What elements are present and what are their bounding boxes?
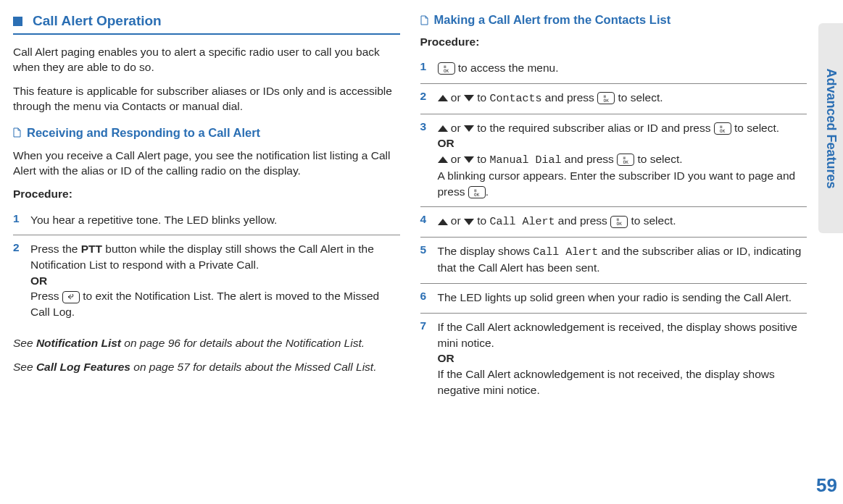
text-fragment: If the Call Alert acknowledgement is rec… bbox=[438, 321, 797, 349]
step-text: to access the menu. bbox=[438, 60, 807, 76]
section-divider bbox=[13, 33, 400, 35]
up-arrow-icon bbox=[438, 95, 448, 101]
step-text: If the Call Alert acknowledgement is rec… bbox=[438, 319, 807, 398]
or-label: OR bbox=[438, 137, 454, 149]
text-fragment: and press bbox=[541, 91, 597, 104]
ok-key-icon bbox=[438, 62, 455, 75]
section-header-row: Call Alert Operation bbox=[13, 13, 400, 29]
text-fragment: to select. bbox=[628, 214, 676, 227]
intro-paragraph-1: Call Alert paging enables you to alert a… bbox=[13, 45, 400, 75]
page-number: 59 bbox=[816, 474, 837, 497]
down-arrow-icon bbox=[464, 95, 474, 101]
procedure-step: 6 The LED lights up solid green when you… bbox=[420, 284, 807, 314]
reference-title: Call Log Features bbox=[36, 361, 130, 373]
step-text: or to the required subscriber alias or I… bbox=[438, 120, 807, 200]
document-icon bbox=[13, 127, 21, 138]
cross-reference-note: See Notification List on page 96 for det… bbox=[13, 336, 400, 351]
up-arrow-icon bbox=[438, 219, 448, 225]
text-fragment: See bbox=[13, 337, 36, 349]
up-arrow-icon bbox=[438, 125, 448, 132]
text-fragment: to exit the Notification List. The alert… bbox=[30, 290, 379, 318]
procedure-step: 7 If the Call Alert acknowledgement is r… bbox=[420, 314, 807, 405]
text-fragment: Press bbox=[30, 290, 62, 302]
document-icon bbox=[420, 15, 428, 25]
text-fragment: to access the menu. bbox=[455, 62, 559, 74]
text-fragment: on page 96 for details about the Notific… bbox=[121, 337, 365, 349]
ok-key-icon bbox=[617, 154, 634, 166]
subsection-header-row: Making a Call Alert from the Contacts Li… bbox=[420, 13, 807, 27]
procedure-step: 1 to access the menu. bbox=[420, 54, 807, 84]
display-text-call-alert: Call Alert bbox=[533, 246, 598, 259]
ok-key-icon bbox=[597, 92, 615, 104]
text-fragment: . bbox=[486, 185, 489, 198]
text-fragment: or bbox=[448, 122, 464, 134]
ok-key-icon bbox=[468, 186, 486, 198]
left-column: Call Alert Operation Call Alert paging e… bbox=[13, 13, 400, 491]
text-fragment: or bbox=[448, 91, 464, 104]
step-text: The display shows Call Alert and the sub… bbox=[438, 243, 807, 276]
text-fragment: If the Call Alert acknowledgement is not… bbox=[438, 368, 775, 396]
up-arrow-icon bbox=[438, 156, 448, 163]
ok-key-icon bbox=[714, 122, 731, 135]
procedure-step: 2 Press the PTT button while the display… bbox=[13, 235, 400, 327]
section-title: Call Alert Operation bbox=[33, 13, 162, 29]
ptt-label: PTT bbox=[81, 243, 102, 255]
procedure-step: 2 or to Contacts and press to select. bbox=[420, 84, 807, 114]
text-fragment: on page 57 for details about the Missed … bbox=[130, 361, 376, 373]
step-number: 7 bbox=[420, 319, 431, 398]
back-key-icon bbox=[62, 291, 80, 303]
step-text: You hear a repetitive tone. The LED blin… bbox=[30, 212, 400, 228]
text-fragment: and press bbox=[555, 214, 610, 227]
text-fragment: See bbox=[13, 361, 36, 373]
step-number: 2 bbox=[420, 90, 431, 106]
step-number: 1 bbox=[420, 60, 431, 76]
step-text: The LED lights up solid green when your … bbox=[438, 290, 807, 306]
text-fragment: The display shows bbox=[438, 245, 533, 257]
step-number: 3 bbox=[420, 120, 431, 200]
side-tab-label: Advanced Features bbox=[823, 68, 839, 188]
subsection-title: Making a Call Alert from the Contacts Li… bbox=[434, 13, 671, 27]
cross-reference-note: See Call Log Features on page 57 for det… bbox=[13, 360, 400, 375]
text-fragment: to select. bbox=[634, 153, 682, 165]
menu-item-call-alert: Call Alert bbox=[489, 216, 555, 228]
step-number: 1 bbox=[13, 212, 23, 228]
down-arrow-icon bbox=[464, 156, 474, 163]
down-arrow-icon bbox=[464, 125, 474, 132]
procedure-step: 4 or to Call Alert and press to select. bbox=[420, 207, 807, 238]
ok-key-icon bbox=[610, 216, 628, 228]
text-fragment: or bbox=[448, 153, 464, 165]
step-text: or to Contacts and press to select. bbox=[438, 90, 807, 106]
down-arrow-icon bbox=[464, 219, 474, 225]
text-fragment: to bbox=[474, 153, 490, 165]
menu-item-contacts: Contacts bbox=[489, 93, 541, 105]
page-content: Call Alert Operation Call Alert paging e… bbox=[0, 0, 843, 504]
text-fragment: Press the bbox=[30, 243, 81, 255]
procedure-label: Procedure: bbox=[13, 188, 400, 201]
section-bullet-icon bbox=[13, 17, 22, 26]
procedure-step: 3 or to the required subscriber alias or… bbox=[420, 114, 807, 208]
step-number: 6 bbox=[420, 290, 431, 306]
subsection-title: Receiving and Responding to a Call Alert bbox=[27, 126, 260, 140]
procedure-step: 1 You hear a repetitive tone. The LED bl… bbox=[13, 206, 400, 236]
procedure-label: Procedure: bbox=[420, 35, 807, 49]
or-label: OR bbox=[438, 352, 454, 364]
step-number: 2 bbox=[13, 241, 23, 319]
procedure-step: 5 The display shows Call Alert and the s… bbox=[420, 238, 807, 284]
step-number: 5 bbox=[420, 243, 431, 276]
step-text: or to Call Alert and press to select. bbox=[438, 213, 807, 230]
text-fragment: to the required subscriber alias or ID a… bbox=[474, 122, 714, 134]
or-label: OR bbox=[30, 274, 47, 287]
side-tab: Advanced Features bbox=[818, 23, 843, 233]
step-number: 4 bbox=[420, 213, 431, 230]
subsection-header-row: Receiving and Responding to a Call Alert bbox=[13, 126, 400, 140]
text-fragment: and press bbox=[561, 153, 617, 165]
right-column: Making a Call Alert from the Contacts Li… bbox=[420, 13, 807, 491]
reference-title: Notification List bbox=[36, 337, 121, 349]
menu-item-manual-dial: Manual Dial bbox=[489, 154, 561, 167]
text-fragment: or bbox=[448, 214, 464, 227]
text-fragment: A blinking cursor appears. Enter the sub… bbox=[438, 169, 796, 198]
subsection-intro: When you receive a Call Alert page, you … bbox=[13, 148, 400, 179]
text-fragment: to bbox=[474, 214, 490, 227]
intro-paragraph-2: This feature is applicable for subscribe… bbox=[13, 84, 400, 114]
text-fragment: to select. bbox=[615, 91, 663, 104]
